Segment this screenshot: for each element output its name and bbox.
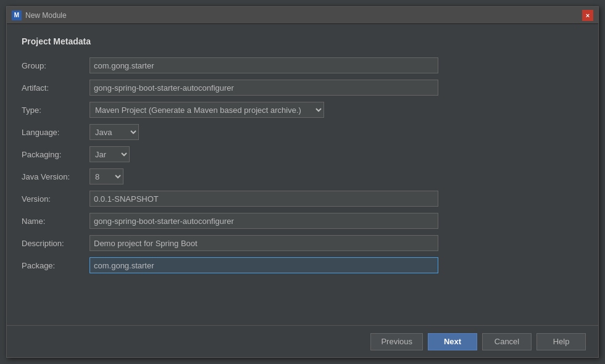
next-button[interactable]: Next: [428, 333, 477, 350]
module-icon: M: [12, 10, 22, 20]
group-row: Group:: [22, 57, 583, 73]
description-label: Description:: [22, 239, 90, 248]
name-label: Name:: [22, 217, 90, 226]
dialog-title: New Module: [25, 11, 67, 20]
name-row: Name:: [22, 213, 583, 229]
java-version-label: Java Version:: [22, 172, 90, 181]
type-label: Type:: [22, 105, 90, 115]
group-label: Group:: [22, 61, 90, 70]
package-input[interactable]: [90, 257, 438, 273]
version-input[interactable]: [90, 191, 438, 207]
packaging-row: Packaging: Jar: [22, 146, 583, 162]
package-row: Package:: [22, 257, 583, 273]
help-button[interactable]: Help: [536, 333, 586, 350]
section-title: Project Metadata: [22, 36, 583, 46]
dialog-footer: Previous Next Cancel Help: [7, 325, 598, 357]
type-row: Type: Maven Project (Generate a Maven ba…: [22, 102, 583, 118]
new-module-dialog: M New Module × Project Metadata Group: A…: [6, 6, 599, 358]
language-select[interactable]: Java: [90, 124, 139, 140]
cancel-button[interactable]: Cancel: [482, 333, 532, 350]
description-input[interactable]: [90, 235, 438, 251]
packaging-label: Packaging:: [22, 150, 90, 159]
version-label: Version:: [22, 194, 90, 204]
close-button[interactable]: ×: [582, 10, 593, 21]
dialog-content: Project Metadata Group: Artifact: Type: …: [7, 24, 598, 325]
group-input[interactable]: [90, 57, 438, 73]
artifact-row: Artifact:: [22, 80, 583, 96]
name-input[interactable]: [90, 213, 438, 229]
package-label: Package:: [22, 261, 90, 270]
language-row: Language: Java: [22, 124, 583, 140]
titlebar: M New Module ×: [7, 7, 598, 24]
version-row: Version:: [22, 191, 583, 207]
artifact-input[interactable]: [90, 80, 438, 96]
previous-button[interactable]: Previous: [370, 333, 423, 350]
packaging-select[interactable]: Jar: [90, 146, 130, 162]
titlebar-left: M New Module: [12, 10, 67, 20]
java-version-select[interactable]: 8: [90, 168, 123, 184]
artifact-label: Artifact:: [22, 83, 90, 93]
description-row: Description:: [22, 235, 583, 251]
type-select[interactable]: Maven Project (Generate a Maven based pr…: [90, 102, 324, 118]
language-label: Language:: [22, 128, 90, 137]
java-version-row: Java Version: 8: [22, 168, 583, 184]
